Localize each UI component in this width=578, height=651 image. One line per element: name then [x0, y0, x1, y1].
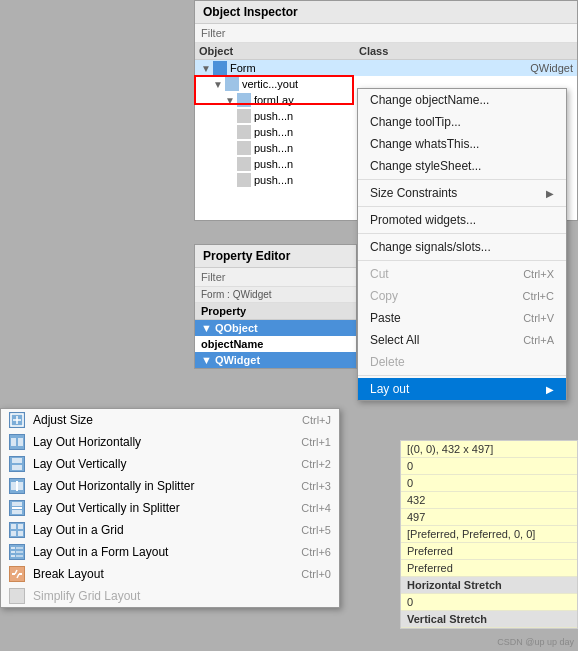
value-0-2: 0 — [401, 475, 577, 492]
value-geometry: [(0, 0), 432 x 497] — [401, 441, 577, 458]
svg-line-26 — [17, 574, 19, 578]
layout-submenu[interactable]: Adjust Size Ctrl+J Lay Out Horizontally … — [0, 408, 340, 608]
values-panel: [(0, 0), 432 x 497] 0 0 432 497 [Preferr… — [400, 440, 578, 629]
svg-rect-7 — [11, 482, 16, 490]
context-menu[interactable]: Change objectName... Change toolTip... C… — [357, 88, 567, 401]
object-inspector-title: Object Inspector — [195, 1, 577, 24]
form-name: Form — [230, 62, 530, 74]
push3-name: push...n — [254, 142, 293, 154]
arrow-formlay: ▼ — [225, 95, 235, 106]
vert-split-shortcut: Ctrl+4 — [301, 502, 331, 514]
layout-adjust-size[interactable]: Adjust Size Ctrl+J — [1, 409, 339, 431]
menu-paste[interactable]: Paste Ctrl+V — [358, 307, 566, 329]
layout-grid[interactable]: Lay Out in a Grid Ctrl+5 — [1, 519, 339, 541]
layout-break[interactable]: Break Layout Ctrl+0 — [1, 563, 339, 585]
push5-name: push...n — [254, 174, 293, 186]
arrow-form: ▼ — [201, 63, 211, 74]
layout-vert[interactable]: Lay Out Vertically Ctrl+2 — [1, 453, 339, 475]
grid-label: Lay Out in a Grid — [33, 523, 293, 537]
push2-name: push...n — [254, 126, 293, 138]
svg-rect-10 — [12, 502, 22, 506]
prop-breadcrumb: Form : QWidget — [195, 287, 356, 303]
svg-line-25 — [15, 570, 17, 574]
horiz-split-label: Lay Out Horizontally in Splitter — [33, 479, 293, 493]
form-class: QWidget — [530, 62, 573, 74]
value-0-1: 0 — [401, 458, 577, 475]
adjust-size-label: Adjust Size — [33, 413, 294, 427]
menu-change-whatsthis[interactable]: Change whatsThis... — [358, 133, 566, 155]
menu-change-tooltip[interactable]: Change toolTip... — [358, 111, 566, 133]
vert-icon — [9, 456, 25, 472]
value-vstretch-label: Vertical Stretch — [401, 611, 577, 628]
menu-change-stylesheet[interactable]: Change styleSheet... — [358, 155, 566, 177]
prop-row-objectname[interactable]: objectName — [195, 336, 356, 352]
prop-section-qwidget: ▼ QWidget — [195, 352, 356, 368]
horiz-shortcut: Ctrl+1 — [301, 436, 331, 448]
menu-select-all[interactable]: Select All Ctrl+A — [358, 329, 566, 351]
push1-name: push...n — [254, 110, 293, 122]
object-inspector-filter[interactable]: Filter — [195, 24, 577, 43]
svg-rect-3 — [11, 438, 16, 446]
break-layout-label: Break Layout — [33, 567, 293, 581]
menu-change-signals[interactable]: Change signals/slots... — [358, 236, 566, 258]
svg-rect-21 — [11, 555, 15, 557]
sep3 — [358, 233, 566, 234]
layout-simplify-grid[interactable]: Simplify Grid Layout — [1, 585, 339, 607]
sep2 — [358, 206, 566, 207]
push5-icon — [237, 173, 251, 187]
svg-rect-17 — [11, 547, 15, 549]
sep1 — [358, 179, 566, 180]
vert-split-label: Lay Out Vertically in Splitter — [33, 501, 293, 515]
grid-icon — [9, 522, 25, 538]
break-layout-svg — [10, 567, 24, 581]
prop-section-qobject: ▼ QObject — [195, 320, 356, 336]
formlay-name: formLay — [254, 94, 294, 106]
vert-shortcut: Ctrl+2 — [301, 458, 331, 470]
svg-rect-14 — [18, 524, 23, 529]
menu-copy[interactable]: Copy Ctrl+C — [358, 285, 566, 307]
layout-form[interactable]: Lay Out in a Form Layout Ctrl+6 — [1, 541, 339, 563]
svg-rect-16 — [18, 531, 23, 536]
adjust-size-icon — [9, 412, 25, 428]
grid-svg — [10, 523, 24, 537]
section-qwidget-arrow: ▼ — [201, 354, 215, 366]
tree-row-form[interactable]: ▼ Form QWidget — [195, 60, 577, 76]
menu-change-objectname[interactable]: Change objectName... — [358, 89, 566, 111]
section-qobject-arrow: ▼ — [201, 322, 215, 334]
svg-rect-18 — [16, 547, 23, 549]
menu-lay-out[interactable]: Lay out ▶ — [358, 378, 566, 400]
size-constraints-arrow: ▶ — [546, 188, 554, 199]
simplify-grid-icon — [9, 588, 25, 604]
menu-cut[interactable]: Cut Ctrl+X — [358, 263, 566, 285]
horiz-svg — [10, 435, 24, 449]
push4-name: push...n — [254, 158, 293, 170]
menu-delete[interactable]: Delete — [358, 351, 566, 373]
form-icon — [213, 61, 227, 75]
horiz-label: Lay Out Horizontally — [33, 435, 293, 449]
push3-icon — [237, 141, 251, 155]
value-hstretch-label: Horizontal Stretch — [401, 577, 577, 594]
menu-size-constraints[interactable]: Size Constraints ▶ — [358, 182, 566, 204]
menu-promoted-widgets[interactable]: Promoted widgets... — [358, 209, 566, 231]
break-layout-shortcut: Ctrl+0 — [301, 568, 331, 580]
formlay-icon — [237, 93, 251, 107]
horiz-split-svg — [10, 479, 24, 493]
svg-rect-13 — [11, 524, 16, 529]
adjust-size-svg — [10, 413, 24, 427]
value-preferred-v: Preferred — [401, 560, 577, 577]
prop-filter[interactable]: Filter — [195, 268, 356, 287]
watermark: CSDN @up up day — [497, 637, 574, 647]
col-object: Object — [199, 45, 359, 57]
break-layout-icon — [9, 566, 25, 582]
form-layout-icon — [9, 544, 25, 560]
svg-rect-20 — [16, 551, 23, 553]
form-layout-label: Lay Out in a Form Layout — [33, 545, 293, 559]
svg-rect-15 — [11, 531, 16, 536]
layout-vert-split[interactable]: Lay Out Vertically in Splitter Ctrl+4 — [1, 497, 339, 519]
svg-rect-9 — [18, 482, 23, 490]
col-class: Class — [359, 45, 573, 57]
vert-svg — [10, 457, 24, 471]
layout-horiz-split[interactable]: Lay Out Horizontally in Splitter Ctrl+3 — [1, 475, 339, 497]
layout-horiz[interactable]: Lay Out Horizontally Ctrl+1 — [1, 431, 339, 453]
grid-shortcut: Ctrl+5 — [301, 524, 331, 536]
